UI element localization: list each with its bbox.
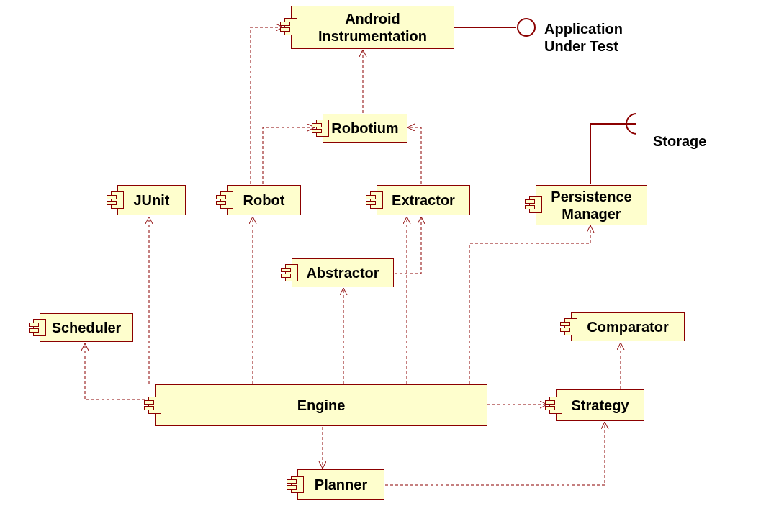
component-port-icon	[111, 191, 124, 209]
component-port-icon	[529, 196, 542, 213]
component-label: Extractor	[392, 191, 455, 209]
component-robot: Robot	[227, 185, 301, 215]
component-label: Planner	[315, 476, 367, 493]
component-port-icon	[549, 397, 562, 414]
component-scheduler: Scheduler	[40, 313, 133, 342]
component-planner: Planner	[297, 469, 384, 500]
component-port-icon	[220, 191, 233, 209]
svg-point-1	[518, 19, 535, 36]
component-port-icon	[284, 18, 297, 35]
component-abstractor: Abstractor	[292, 258, 394, 287]
component-port-icon	[291, 476, 304, 493]
component-engine: Engine	[155, 384, 487, 426]
component-label: Comparator	[587, 318, 668, 335]
component-extractor: Extractor	[377, 185, 470, 215]
component-android-instrumentation: Android Instrumentation	[291, 6, 454, 49]
component-port-icon	[33, 319, 46, 336]
interface-label-storage: Storage	[653, 132, 706, 150]
component-label: Robotium	[331, 120, 398, 137]
component-label: Persistence Manager	[551, 188, 631, 222]
component-port-icon	[316, 120, 329, 137]
component-label: JUnit	[134, 191, 170, 209]
component-port-icon	[564, 318, 577, 335]
component-label: Abstractor	[306, 264, 379, 281]
component-port-icon	[285, 264, 298, 281]
component-persistence-manager: Persistence Manager	[536, 185, 647, 225]
component-port-icon	[370, 191, 383, 209]
component-label: Strategy	[571, 397, 629, 414]
component-label: Scheduler	[52, 319, 122, 336]
component-label: Android Instrumentation	[318, 10, 427, 45]
component-port-icon	[148, 397, 161, 414]
component-label: Engine	[297, 397, 346, 414]
interface-label-app-under-test: Application Under Test	[544, 20, 623, 55]
component-label: Robot	[243, 191, 285, 209]
component-junit: JUnit	[117, 185, 186, 215]
component-strategy: Strategy	[556, 389, 644, 421]
component-robotium: Robotium	[323, 114, 407, 143]
component-comparator: Comparator	[571, 312, 685, 341]
